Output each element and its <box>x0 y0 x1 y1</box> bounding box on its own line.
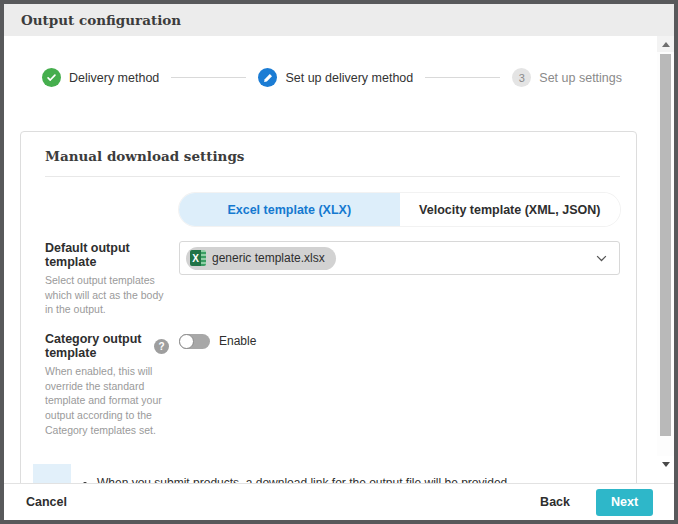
panel-title: Manual download settings <box>45 148 620 177</box>
step-connector <box>425 77 500 78</box>
output-configuration-dialog: Output configuration Delivery method Set… <box>0 0 678 524</box>
step-delivery-method[interactable]: Delivery method <box>42 68 159 87</box>
back-button[interactable]: Back <box>540 495 570 509</box>
category-output-template-labels: Category output template ? When enabled,… <box>45 332 179 437</box>
vertical-scrollbar[interactable] <box>657 36 674 472</box>
chevron-down-icon <box>596 255 607 262</box>
default-output-template-control: X generic template.xlsx <box>179 241 620 317</box>
template-tabs: Excel template (XLX) Velocity template (… <box>179 193 620 226</box>
arrow-down-icon <box>662 462 670 467</box>
default-template-select[interactable]: X generic template.xlsx <box>179 241 620 275</box>
default-output-template-row: Default output template Select output te… <box>45 241 620 317</box>
field-description: When enabled, this will override the sta… <box>45 364 169 437</box>
scroll-up-button[interactable] <box>657 36 674 52</box>
excel-file-icon: X <box>190 250 206 266</box>
toggle-knob <box>179 334 194 349</box>
default-output-template-labels: Default output template Select output te… <box>45 241 179 317</box>
field-label: Default output template <box>45 241 169 269</box>
enable-toggle[interactable] <box>179 334 210 349</box>
tab-velocity-template[interactable]: Velocity template (XML, JSON) <box>400 193 621 226</box>
tab-excel-template[interactable]: Excel template (XLX) <box>179 193 400 226</box>
manual-download-settings-panel: Manual download settings Excel template … <box>20 131 637 483</box>
toggle-label: Enable <box>219 334 256 348</box>
category-output-template-row: Category output template ? When enabled,… <box>45 332 620 437</box>
step-set-up-delivery-method[interactable]: Set up delivery method <box>258 68 413 87</box>
help-icon[interactable]: ? <box>154 339 169 354</box>
dialog-body: Delivery method Set up delivery method 3… <box>4 36 674 483</box>
check-icon <box>42 68 61 87</box>
scrollbar-thumb[interactable] <box>660 54 671 436</box>
scroll-down-button[interactable] <box>657 456 674 472</box>
dialog-titlebar: Output configuration <box>4 4 674 36</box>
info-bullet-list: When you submit products, a download lin… <box>71 464 521 484</box>
category-output-template-control: Enable <box>179 332 620 437</box>
cancel-button[interactable]: Cancel <box>26 495 67 509</box>
step-connector <box>171 77 246 78</box>
step-set-up-settings[interactable]: 3 Set up settings <box>512 68 622 87</box>
info-box: i When you submit products, a download l… <box>33 464 620 484</box>
next-button[interactable]: Next <box>596 489 653 516</box>
field-description: Select output templates which will act a… <box>45 273 169 317</box>
pencil-icon <box>258 68 277 87</box>
step-label: Set up delivery method <box>285 71 413 85</box>
step-number-badge: 3 <box>512 68 531 87</box>
arrow-up-icon <box>662 42 670 47</box>
selected-template-name: generic template.xlsx <box>212 251 325 265</box>
step-label: Set up settings <box>539 71 622 85</box>
dialog-title: Output configuration <box>21 12 181 28</box>
selected-template-chip[interactable]: X generic template.xlsx <box>186 247 336 270</box>
field-label: Category output template <box>45 332 147 360</box>
step-label: Delivery method <box>69 71 159 85</box>
stepper: Delivery method Set up delivery method 3… <box>42 68 622 87</box>
info-bullet: When you submit products, a download lin… <box>97 476 511 484</box>
dialog-footer: Cancel Back Next <box>4 483 674 520</box>
info-strip: i <box>33 464 71 484</box>
